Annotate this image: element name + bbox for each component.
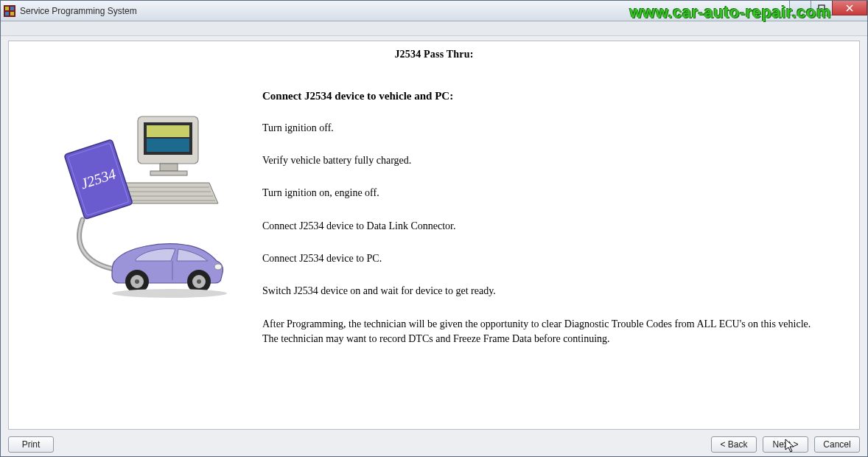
svg-rect-1 — [5, 7, 9, 10]
step-6: Switch J2534 device on and wait for devi… — [262, 285, 839, 298]
svg-rect-14 — [150, 171, 187, 175]
page-title: J2534 Pass Thru: — [9, 41, 859, 65]
close-icon — [846, 4, 853, 12]
svg-point-30 — [112, 289, 227, 298]
app-icon — [4, 5, 15, 17]
svg-point-29 — [197, 279, 201, 284]
secondary-bar — [1, 21, 867, 36]
titlebar[interactable]: Service Programming System — [1, 1, 867, 21]
minimize-icon — [797, 4, 804, 12]
step-1: Turn ignition off. — [262, 122, 839, 135]
svg-rect-12 — [147, 139, 189, 152]
minimize-button[interactable] — [789, 1, 811, 15]
window-title: Service Programming System — [20, 6, 137, 16]
step-5: Connect J2534 device to PC. — [262, 252, 839, 265]
content-body: J2534 — [9, 65, 859, 429]
close-button[interactable] — [832, 1, 867, 15]
right-buttons: < Back Next > Cancel — [711, 436, 860, 453]
content-frame: J2534 Pass Thru: — [8, 41, 860, 430]
maximize-button[interactable] — [811, 1, 833, 15]
window-controls — [790, 1, 867, 15]
svg-rect-4 — [10, 12, 14, 15]
print-button[interactable]: Print — [8, 436, 54, 453]
illustration: J2534 — [24, 72, 245, 422]
svg-rect-6 — [819, 5, 825, 11]
post-programming-note: After Programming, the technician will b… — [262, 317, 822, 347]
back-button[interactable]: < Back — [711, 436, 757, 453]
svg-point-23 — [214, 264, 222, 270]
step-4: Connect J2534 device to Data Link Connec… — [262, 220, 839, 233]
svg-point-26 — [135, 279, 139, 284]
step-2: Verify vehicle battery fully charged. — [262, 154, 839, 167]
step-3: Turn ignition on, engine off. — [262, 186, 839, 200]
svg-rect-13 — [160, 164, 178, 171]
maximize-icon — [818, 4, 825, 12]
instructions: Connect J2534 device to vehicle and PC: … — [245, 72, 839, 422]
next-button[interactable]: Next > — [763, 436, 808, 453]
app-window: Service Programming System J2534 Pass Th… — [0, 0, 868, 457]
bottom-bar: Print < Back Next > Cancel — [1, 433, 867, 456]
svg-rect-3 — [5, 12, 9, 15]
cancel-button[interactable]: Cancel — [814, 436, 860, 453]
j2534-illustration-icon: J2534 — [38, 109, 230, 301]
left-buttons: Print — [8, 436, 54, 453]
svg-rect-2 — [10, 7, 14, 10]
svg-rect-11 — [147, 125, 189, 137]
instructions-lead: Connect J2534 device to vehicle and PC: — [262, 90, 839, 102]
svg-rect-5 — [797, 10, 803, 11]
